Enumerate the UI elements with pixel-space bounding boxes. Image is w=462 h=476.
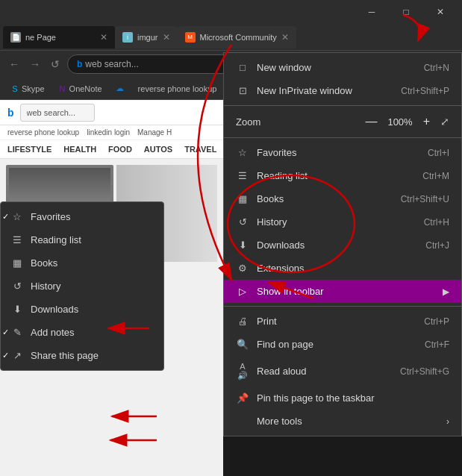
- print-shortcut: Ctrl+P: [424, 316, 449, 327]
- maximize-button[interactable]: □: [389, 0, 423, 24]
- tab-favicon-ms: M: [185, 32, 196, 43]
- menu-extensions[interactable]: ⚙ Extensions: [224, 257, 461, 280]
- quick-links-bar: reverse phone lookup linkedin login Mana…: [0, 125, 223, 140]
- back-button[interactable]: ←: [6, 57, 22, 72]
- favorites-sub-label: Favorites: [31, 211, 70, 222]
- tab-close-ms[interactable]: ✕: [281, 32, 289, 43]
- left-menu-item-books[interactable]: ▦ Books: [1, 251, 163, 275]
- pin-taskbar-label: Pin this page to the taskbar: [257, 392, 375, 404]
- downloads-menu-icon: ⬇: [236, 239, 249, 251]
- downloads-sub-icon: ⬇: [11, 304, 23, 315]
- inprivate-icon: ⊡: [236, 85, 249, 96]
- left-submenu: ✓ ☆ Favorites ☰ Reading list ▦ Books ↺ H…: [0, 201, 164, 371]
- bing-logo: b: [77, 59, 82, 69]
- menu-show-in-toolbar[interactable]: ▷ Show in toolbar ▶: [224, 280, 461, 303]
- books-menu-icon: ▦: [236, 193, 249, 204]
- menu-reading-list[interactable]: ☰ Reading list Ctrl+M: [224, 164, 461, 187]
- favorites-menu-label: Favorites: [257, 147, 296, 158]
- zoom-expand-button[interactable]: ⤢: [440, 116, 449, 128]
- address-text: web search...: [85, 59, 138, 69]
- divider-3: [224, 306, 461, 307]
- menu-favorites[interactable]: ☆ Favorites Ctrl+I: [224, 141, 461, 164]
- tab-bar: 📄 ne Page ✕ i imgur ✕ M Microsoft Commun…: [0, 24, 462, 51]
- show-in-toolbar-arrow: ▶: [443, 286, 449, 297]
- read-aloud-label: Read aloud: [257, 366, 307, 377]
- left-menu-item-downloads[interactable]: ⬇ Downloads: [1, 298, 163, 321]
- refresh-button[interactable]: ↺: [48, 57, 63, 72]
- find-label: Find on page: [257, 339, 313, 350]
- readinglist-menu-icon: ☰: [236, 170, 249, 181]
- read-aloud-shortcut: Ctrl+Shift+G: [400, 366, 449, 377]
- books-menu-shortcut: Ctrl+Shift+U: [401, 194, 449, 204]
- left-menu-item-sharepage[interactable]: ✓ ↗ Share this page: [1, 344, 163, 367]
- find-icon: 🔍: [236, 339, 249, 350]
- close-button[interactable]: ✕: [423, 0, 458, 24]
- onenote-icon: N: [58, 84, 67, 93]
- quicklink-reverse[interactable]: reverse phone lookup: [7, 128, 79, 137]
- bookmark-onenote-label: OneNote: [69, 84, 102, 93]
- tab-close-imgur[interactable]: ✕: [163, 32, 170, 43]
- tab-favicon-imgur: i: [122, 32, 133, 43]
- tab-imgur[interactable]: i imgur ✕: [115, 26, 178, 48]
- bookmark-onenote[interactable]: N OneNote: [54, 83, 107, 95]
- zoom-minus-button[interactable]: —: [360, 113, 381, 130]
- menu-inprivate-window[interactable]: ⊡ New InPrivate window Ctrl+Shift+P: [224, 79, 461, 102]
- page-nav-links: LIFESTYLE HEALTH FOOD AUTOS TRAVEL: [0, 140, 223, 159]
- search-input[interactable]: [20, 104, 95, 122]
- onedrive-icon: ☁: [116, 84, 125, 93]
- addnotes-sub-label: Add notes: [31, 327, 75, 338]
- menu-books[interactable]: ▦ Books Ctrl+Shift+U: [224, 187, 461, 210]
- forward-button[interactable]: →: [27, 57, 43, 72]
- show-in-toolbar-icon: ▷: [236, 286, 249, 297]
- quicklink-manage[interactable]: Manage H: [137, 128, 172, 137]
- menu-downloads[interactable]: ⬇ Downloads Ctrl+J: [224, 234, 461, 257]
- tab-home[interactable]: 📄 ne Page ✕: [3, 26, 115, 48]
- zoom-plus-button[interactable]: +: [419, 113, 434, 130]
- menu-find-on-page[interactable]: 🔍 Find on page Ctrl+F: [224, 333, 461, 356]
- more-tools-label: More tools: [257, 416, 302, 427]
- menu-new-window[interactable]: □ New window Ctrl+N: [224, 56, 461, 79]
- nav-link-food[interactable]: FOOD: [108, 145, 132, 154]
- sharepage-sub-label: Share this page: [31, 350, 99, 361]
- quicklink-linkedin[interactable]: linkedin login: [87, 128, 130, 137]
- left-menu-item-history[interactable]: ↺ History: [1, 275, 163, 298]
- left-menu-item-addnotes[interactable]: ✓ ✎ Add notes: [1, 321, 163, 344]
- tab-close-home[interactable]: ✕: [100, 32, 107, 43]
- downloads-sub-label: Downloads: [31, 304, 78, 315]
- find-shortcut: Ctrl+F: [425, 339, 449, 350]
- more-tools-arrow: ›: [446, 416, 449, 427]
- menu-read-aloud[interactable]: A🔊 Read aloud Ctrl+Shift+G: [224, 356, 461, 386]
- nav-link-lifestyle[interactable]: LIFESTYLE: [7, 145, 51, 154]
- nav-link-travel[interactable]: TRAVEL: [184, 145, 216, 154]
- print-icon: 🖨: [236, 316, 249, 327]
- readinglist-menu-shortcut: Ctrl+M: [422, 171, 449, 181]
- favorites-menu-shortcut: Ctrl+I: [428, 148, 449, 158]
- bookmark-reverse-lookup[interactable]: reverse phone lookup: [134, 83, 222, 95]
- menu-history[interactable]: ↺ History Ctrl+H: [224, 210, 461, 234]
- menu-more-tools[interactable]: More tools ›: [224, 410, 461, 433]
- nav-link-health[interactable]: HEALTH: [63, 145, 96, 154]
- bookmark-onedrive[interactable]: ☁: [111, 83, 129, 95]
- favorites-checkmark: ✓: [2, 212, 9, 222]
- zoom-row: Zoom — 100% + ⤢: [224, 109, 461, 134]
- minimize-button[interactable]: ─: [355, 0, 389, 24]
- nav-link-autos[interactable]: AUTOS: [144, 145, 172, 154]
- tab-label-imgur: imgur: [137, 33, 158, 42]
- skype-icon: S: [10, 84, 19, 93]
- downloads-menu-shortcut: Ctrl+J: [425, 240, 449, 251]
- books-menu-label: Books: [257, 193, 284, 204]
- bing-search-logo: b: [7, 107, 14, 119]
- title-bar: ─ □ ✕: [0, 0, 462, 24]
- menu-print[interactable]: 🖨 Print Ctrl+P: [224, 310, 461, 333]
- page-nav-bar: b: [0, 100, 223, 125]
- new-window-label: New window: [257, 62, 311, 73]
- divider-2: [224, 137, 461, 138]
- favorites-menu-icon: ☆: [236, 147, 249, 158]
- left-menu-item-favorites[interactable]: ✓ ☆ Favorites: [1, 205, 163, 228]
- tab-mscommunity[interactable]: M Microsoft Community ✕: [178, 26, 296, 48]
- bookmark-skype[interactable]: S Skype: [6, 83, 49, 95]
- menu-pin-taskbar[interactable]: 📌 Pin this page to the taskbar: [224, 386, 461, 410]
- new-window-shortcut: Ctrl+N: [424, 63, 449, 73]
- left-menu-item-readinglist[interactable]: ☰ Reading list: [1, 228, 163, 251]
- history-menu-shortcut: Ctrl+H: [424, 217, 449, 228]
